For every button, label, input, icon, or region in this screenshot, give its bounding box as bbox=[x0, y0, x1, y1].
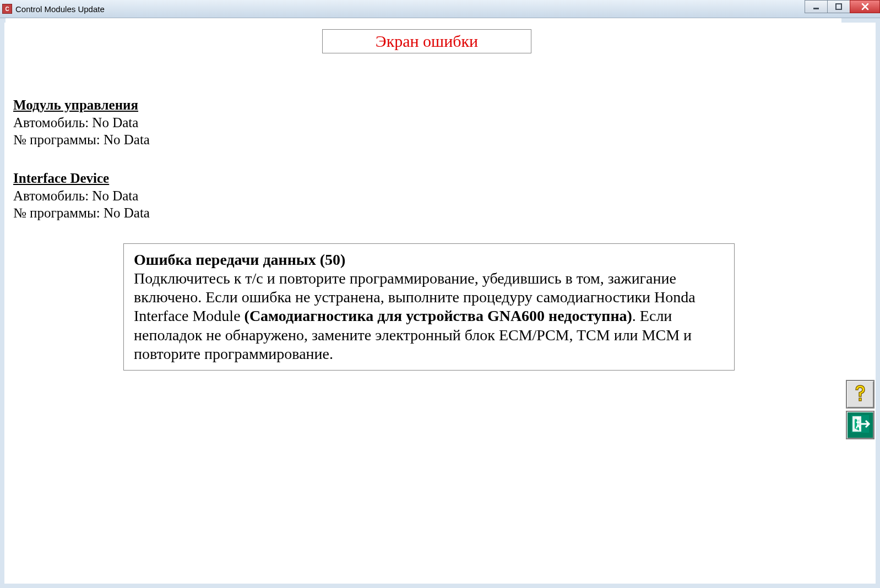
error-title: Ошибка передачи данных (50) bbox=[134, 251, 345, 268]
module-vehicle-line: Автомобиль: No Data bbox=[13, 114, 840, 131]
window-controls bbox=[805, 0, 880, 13]
module-heading: Модуль управления bbox=[13, 97, 840, 113]
svg-rect-2 bbox=[859, 398, 861, 401]
module-program-value: No Data bbox=[104, 132, 150, 147]
minimize-button[interactable] bbox=[805, 0, 828, 13]
page-heading-box: Экран ошибки bbox=[322, 29, 531, 53]
titlebar: C Control Modules Update bbox=[0, 0, 880, 18]
exit-icon bbox=[849, 413, 871, 437]
module-program-label: № программы: bbox=[13, 132, 100, 147]
side-toolbar bbox=[846, 380, 874, 439]
help-button[interactable] bbox=[846, 380, 874, 409]
module-vehicle-value: No Data bbox=[92, 115, 138, 130]
interface-heading: Interface Device bbox=[13, 171, 840, 186]
exit-button[interactable] bbox=[846, 411, 874, 439]
svg-point-5 bbox=[856, 417, 860, 420]
module-vehicle-label: Автомобиль: bbox=[13, 115, 89, 130]
error-box: Ошибка передачи данных (50) Подключитесь… bbox=[123, 243, 735, 371]
module-section: Модуль управления Автомобиль: No Data № … bbox=[13, 97, 840, 149]
interface-vehicle-label: Автомобиль: bbox=[13, 188, 89, 203]
error-body-bold: (Самодиагностика для устройства GNA600 н… bbox=[245, 307, 632, 324]
module-program-line: № программы: No Data bbox=[13, 131, 840, 148]
maximize-button[interactable] bbox=[827, 0, 850, 13]
app-icon: C bbox=[2, 4, 12, 14]
svg-rect-1 bbox=[836, 4, 841, 9]
interface-vehicle-value: No Data bbox=[92, 188, 138, 203]
page-heading: Экран ошибки bbox=[376, 32, 478, 50]
interface-section: Interface Device Автомобиль: No Data № п… bbox=[13, 171, 840, 222]
window-title: Control Modules Update bbox=[15, 4, 105, 14]
interface-program-label: № программы: bbox=[13, 205, 100, 220]
close-button[interactable] bbox=[850, 0, 880, 13]
content-area: Экран ошибки Модуль управления Автомобил… bbox=[6, 18, 841, 582]
help-icon bbox=[850, 383, 870, 405]
interface-program-line: № программы: No Data bbox=[13, 204, 840, 221]
svg-rect-0 bbox=[813, 8, 819, 9]
interface-program-value: No Data bbox=[104, 205, 150, 220]
interface-vehicle-line: Автомобиль: No Data bbox=[13, 187, 840, 204]
